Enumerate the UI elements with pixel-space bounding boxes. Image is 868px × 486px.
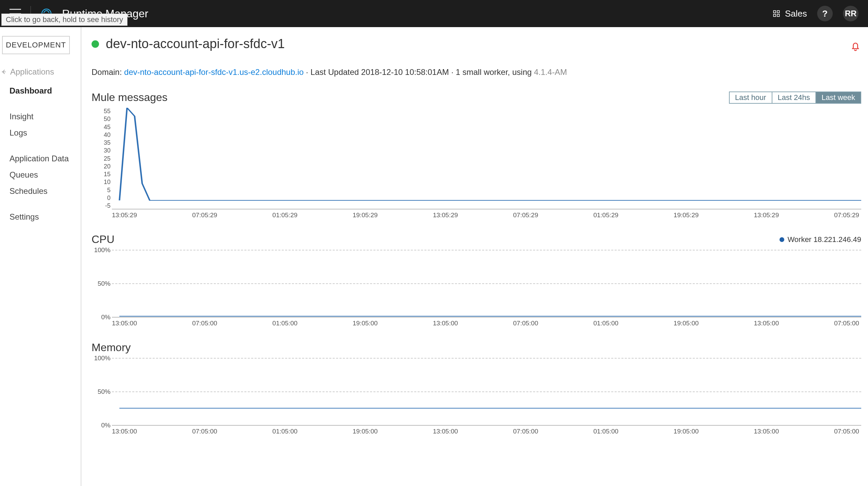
application-name: dev-nto-account-api-for-sfdc-v1 — [106, 37, 285, 51]
top-bar-right: Sales ? RR — [772, 6, 859, 21]
main-content: dev-nto-account-api-for-sfdc-v1 Domain: … — [81, 27, 868, 486]
range-hour[interactable]: Last hour — [730, 92, 772, 103]
sidebar-nav: Dashboard Insight Logs Application Data … — [0, 83, 81, 225]
help-icon: ? — [822, 8, 828, 19]
svg-rect-3 — [773, 14, 776, 16]
nav-schedules[interactable]: Schedules — [0, 183, 81, 199]
domain-label: Domain: — [92, 67, 124, 77]
nav-logs[interactable]: Logs — [0, 125, 81, 141]
nav-insight[interactable]: Insight — [0, 108, 81, 125]
plot-area — [112, 108, 861, 209]
nav-dashboard[interactable]: Dashboard — [0, 83, 81, 99]
legend: Worker 18.221.246.49 — [780, 235, 861, 244]
nav-queues[interactable]: Queues — [0, 167, 81, 183]
notifications-icon[interactable] — [850, 40, 861, 52]
worker-info: 1 small worker, using — [456, 67, 534, 77]
range-day[interactable]: Last 24hs — [772, 92, 816, 103]
svg-rect-4 — [777, 14, 780, 16]
chart-title: Memory — [92, 341, 131, 354]
avatar-initials: RR — [845, 9, 857, 18]
help-button[interactable]: ? — [817, 6, 833, 21]
line-series — [112, 108, 861, 209]
arrow-left-icon — [1, 68, 7, 75]
chart-title: CPU — [92, 233, 115, 246]
environment-selector[interactable]: DEVELOPMENT — [2, 36, 70, 54]
runtime-version: 4.1.4-AM — [534, 67, 567, 77]
x-axis: 13:05:0007:05:0001:05:0019:05:0013:05:00… — [112, 320, 861, 327]
last-updated: Last Updated 2018-12-10 10:58:01AM — [311, 67, 449, 77]
page-header: dev-nto-account-api-for-sfdc-v1 — [92, 37, 861, 51]
back-tooltip: Click to go back, hold to see history — [1, 14, 127, 26]
range-week[interactable]: Last week — [816, 92, 861, 103]
chart-mule-messages: Mule messages Last hour Last 24hs Last w… — [92, 91, 861, 219]
legend-label: Worker 18.221.246.49 — [788, 235, 861, 244]
chart-memory: Memory 100% 50% 0% 13:05:0007:05:0001:05… — [92, 341, 861, 435]
x-axis: 13:05:2907:05:2901:05:2919:05:2913:05:29… — [112, 211, 861, 219]
svg-rect-1 — [773, 11, 776, 13]
line-series — [112, 250, 861, 317]
time-range-switch: Last hour Last 24hs Last week — [729, 92, 861, 104]
nav-application-data[interactable]: Application Data — [0, 150, 81, 167]
back-to-applications[interactable]: Applications — [0, 64, 81, 83]
back-label: Applications — [10, 67, 54, 77]
svg-rect-2 — [777, 11, 780, 13]
avatar[interactable]: RR — [843, 6, 859, 21]
legend-dot-icon — [780, 237, 784, 242]
business-group-icon — [772, 9, 781, 18]
plot-area: 100% 50% 0% — [112, 250, 861, 318]
business-group-label: Sales — [785, 8, 807, 19]
status-running-icon — [92, 40, 99, 48]
x-axis: 13:05:0007:05:0001:05:0019:05:0013:05:00… — [112, 428, 861, 435]
y-axis: 5550454035302520151050-5 — [92, 108, 111, 209]
chart-cpu: CPU Worker 18.221.246.49 100% 50% 0% — [92, 233, 861, 327]
nav-settings[interactable]: Settings — [0, 209, 81, 225]
line-series — [112, 358, 861, 425]
chart-title: Mule messages — [92, 91, 167, 104]
top-bar: Runtime Manager Sales ? RR — [0, 0, 868, 27]
plot-area: 100% 50% 0% — [112, 358, 861, 426]
domain-link[interactable]: dev-nto-account-api-for-sfdc-v1.us-e2.cl… — [124, 67, 304, 77]
sidebar: DEVELOPMENT Applications Dashboard Insig… — [0, 27, 81, 486]
business-group-link[interactable]: Sales — [772, 8, 807, 19]
domain-line: Domain: dev-nto-account-api-for-sfdc-v1.… — [92, 67, 861, 77]
